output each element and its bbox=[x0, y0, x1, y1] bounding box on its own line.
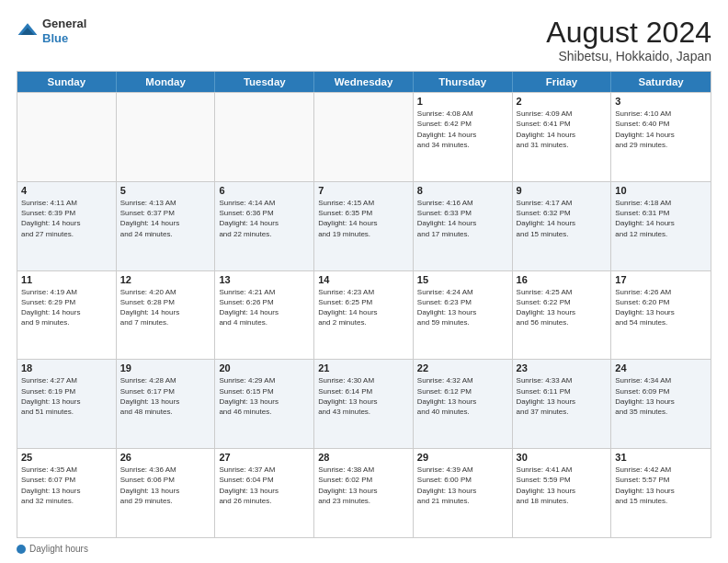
cal-header-day: Thursday bbox=[414, 72, 513, 92]
day-number: 2 bbox=[517, 96, 608, 107]
day-number: 7 bbox=[318, 185, 409, 196]
calendar-row: 1Sunrise: 4:08 AM Sunset: 6:42 PM Daylig… bbox=[17, 92, 711, 181]
calendar-cell: 21Sunrise: 4:30 AM Sunset: 6:14 PM Dayli… bbox=[314, 360, 414, 448]
cell-content: Sunrise: 4:21 AM Sunset: 6:26 PM Dayligh… bbox=[219, 287, 310, 328]
calendar-cell: 31Sunrise: 4:42 AM Sunset: 5:57 PM Dayli… bbox=[611, 449, 711, 537]
calendar-cell: 10Sunrise: 4:18 AM Sunset: 6:31 PM Dayli… bbox=[611, 182, 711, 270]
day-number: 10 bbox=[615, 185, 707, 196]
cal-header-day: Saturday bbox=[611, 72, 711, 92]
day-number: 16 bbox=[517, 274, 608, 285]
calendar-row: 11Sunrise: 4:19 AM Sunset: 6:29 PM Dayli… bbox=[17, 270, 711, 360]
calendar-cell: 23Sunrise: 4:33 AM Sunset: 6:11 PM Dayli… bbox=[513, 360, 612, 448]
day-number: 3 bbox=[615, 96, 707, 107]
title-block: August 2024 Shibetsu, Hokkaido, Japan bbox=[546, 17, 711, 63]
calendar-row: 25Sunrise: 4:35 AM Sunset: 6:07 PM Dayli… bbox=[17, 448, 711, 537]
day-number: 14 bbox=[318, 274, 409, 285]
day-number: 30 bbox=[517, 452, 608, 463]
calendar-cell: 15Sunrise: 4:24 AM Sunset: 6:23 PM Dayli… bbox=[414, 271, 513, 360]
cell-content: Sunrise: 4:20 AM Sunset: 6:28 PM Dayligh… bbox=[120, 287, 211, 328]
logo-blue: Blue bbox=[42, 31, 86, 46]
calendar-cell: 6Sunrise: 4:14 AM Sunset: 6:36 PM Daylig… bbox=[215, 182, 314, 270]
cell-content: Sunrise: 4:35 AM Sunset: 6:07 PM Dayligh… bbox=[21, 465, 112, 506]
day-number: 15 bbox=[417, 274, 508, 285]
calendar-cell: 1Sunrise: 4:08 AM Sunset: 6:42 PM Daylig… bbox=[414, 93, 513, 181]
cell-content: Sunrise: 4:26 AM Sunset: 6:20 PM Dayligh… bbox=[615, 287, 707, 328]
day-number: 12 bbox=[120, 274, 211, 285]
cell-content: Sunrise: 4:17 AM Sunset: 6:32 PM Dayligh… bbox=[517, 198, 608, 239]
day-number: 9 bbox=[517, 185, 608, 196]
logo-text: General Blue bbox=[42, 17, 86, 45]
cell-content: Sunrise: 4:32 AM Sunset: 6:12 PM Dayligh… bbox=[417, 375, 508, 417]
calendar-cell: 2Sunrise: 4:09 AM Sunset: 6:41 PM Daylig… bbox=[513, 93, 612, 181]
cell-content: Sunrise: 4:37 AM Sunset: 6:04 PM Dayligh… bbox=[219, 465, 310, 506]
cell-content: Sunrise: 4:15 AM Sunset: 6:35 PM Dayligh… bbox=[318, 198, 409, 239]
cell-content: Sunrise: 4:38 AM Sunset: 6:02 PM Dayligh… bbox=[318, 465, 409, 506]
calendar-cell: 26Sunrise: 4:36 AM Sunset: 6:06 PM Dayli… bbox=[117, 449, 216, 537]
calendar-body: 1Sunrise: 4:08 AM Sunset: 6:42 PM Daylig… bbox=[17, 92, 711, 537]
cal-header-day: Sunday bbox=[17, 72, 117, 92]
day-number: 29 bbox=[417, 452, 508, 463]
calendar-cell: 25Sunrise: 4:35 AM Sunset: 6:07 PM Dayli… bbox=[17, 449, 117, 537]
cell-content: Sunrise: 4:08 AM Sunset: 6:42 PM Dayligh… bbox=[417, 109, 508, 150]
day-number: 17 bbox=[615, 274, 707, 285]
calendar-cell: 9Sunrise: 4:17 AM Sunset: 6:32 PM Daylig… bbox=[513, 182, 612, 270]
day-number: 28 bbox=[318, 452, 409, 463]
cal-header-day: Tuesday bbox=[215, 72, 314, 92]
daylight-legend: Daylight hours bbox=[17, 544, 88, 554]
day-number: 19 bbox=[120, 362, 211, 373]
day-number: 24 bbox=[615, 362, 707, 373]
day-number: 1 bbox=[417, 96, 508, 107]
logo: General Blue bbox=[17, 17, 86, 45]
cell-content: Sunrise: 4:28 AM Sunset: 6:17 PM Dayligh… bbox=[120, 375, 211, 417]
cell-content: Sunrise: 4:25 AM Sunset: 6:22 PM Dayligh… bbox=[517, 287, 608, 328]
cell-content: Sunrise: 4:27 AM Sunset: 6:19 PM Dayligh… bbox=[21, 375, 112, 417]
logo-icon bbox=[17, 20, 39, 42]
cell-content: Sunrise: 4:42 AM Sunset: 5:57 PM Dayligh… bbox=[615, 465, 707, 506]
cell-content: Sunrise: 4:33 AM Sunset: 6:11 PM Dayligh… bbox=[517, 375, 608, 417]
day-number: 20 bbox=[219, 362, 310, 373]
cell-content: Sunrise: 4:24 AM Sunset: 6:23 PM Dayligh… bbox=[417, 287, 508, 328]
cal-header-day: Friday bbox=[513, 72, 612, 92]
calendar-cell: 7Sunrise: 4:15 AM Sunset: 6:35 PM Daylig… bbox=[314, 182, 414, 270]
cell-content: Sunrise: 4:23 AM Sunset: 6:25 PM Dayligh… bbox=[318, 287, 409, 328]
day-number: 25 bbox=[21, 452, 112, 463]
logo-general: General bbox=[42, 17, 86, 31]
cell-content: Sunrise: 4:41 AM Sunset: 5:59 PM Dayligh… bbox=[517, 465, 608, 506]
day-number: 21 bbox=[318, 362, 409, 373]
calendar-cell: 17Sunrise: 4:26 AM Sunset: 6:20 PM Dayli… bbox=[611, 271, 711, 360]
cell-content: Sunrise: 4:16 AM Sunset: 6:33 PM Dayligh… bbox=[417, 198, 508, 239]
header: General Blue August 2024 Shibetsu, Hokka… bbox=[17, 17, 711, 63]
calendar-cell: 11Sunrise: 4:19 AM Sunset: 6:29 PM Dayli… bbox=[17, 271, 117, 360]
day-number: 27 bbox=[219, 452, 310, 463]
cell-content: Sunrise: 4:30 AM Sunset: 6:14 PM Dayligh… bbox=[318, 375, 409, 417]
calendar-cell: 13Sunrise: 4:21 AM Sunset: 6:26 PM Dayli… bbox=[215, 271, 314, 360]
calendar-cell: 24Sunrise: 4:34 AM Sunset: 6:09 PM Dayli… bbox=[611, 360, 711, 448]
day-number: 6 bbox=[219, 185, 310, 196]
calendar-cell: 16Sunrise: 4:25 AM Sunset: 6:22 PM Dayli… bbox=[513, 271, 612, 360]
day-number: 22 bbox=[417, 362, 508, 373]
day-number: 26 bbox=[120, 452, 211, 463]
day-number: 23 bbox=[517, 362, 608, 373]
calendar-cell bbox=[17, 93, 117, 181]
calendar-cell: 18Sunrise: 4:27 AM Sunset: 6:19 PM Dayli… bbox=[17, 360, 117, 448]
calendar-cell: 4Sunrise: 4:11 AM Sunset: 6:39 PM Daylig… bbox=[17, 182, 117, 270]
day-number: 8 bbox=[417, 185, 508, 196]
cal-header-day: Monday bbox=[117, 72, 216, 92]
calendar-cell: 30Sunrise: 4:41 AM Sunset: 5:59 PM Dayli… bbox=[513, 449, 612, 537]
calendar-row: 4Sunrise: 4:11 AM Sunset: 6:39 PM Daylig… bbox=[17, 181, 711, 270]
cell-content: Sunrise: 4:13 AM Sunset: 6:37 PM Dayligh… bbox=[120, 198, 211, 239]
cell-content: Sunrise: 4:14 AM Sunset: 6:36 PM Dayligh… bbox=[219, 198, 310, 239]
day-number: 4 bbox=[21, 185, 112, 196]
cell-content: Sunrise: 4:36 AM Sunset: 6:06 PM Dayligh… bbox=[120, 465, 211, 506]
calendar-cell: 3Sunrise: 4:10 AM Sunset: 6:40 PM Daylig… bbox=[611, 93, 711, 181]
main-title: August 2024 bbox=[546, 17, 711, 49]
page: General Blue August 2024 Shibetsu, Hokka… bbox=[0, 0, 728, 563]
calendar-cell: 14Sunrise: 4:23 AM Sunset: 6:25 PM Dayli… bbox=[314, 271, 414, 360]
calendar-cell: 28Sunrise: 4:38 AM Sunset: 6:02 PM Dayli… bbox=[314, 449, 414, 537]
calendar-cell: 20Sunrise: 4:29 AM Sunset: 6:15 PM Dayli… bbox=[215, 360, 314, 448]
calendar-cell bbox=[117, 93, 216, 181]
daylight-dot bbox=[17, 545, 26, 554]
subtitle: Shibetsu, Hokkaido, Japan bbox=[546, 49, 711, 63]
calendar-header: SundayMondayTuesdayWednesdayThursdayFrid… bbox=[17, 72, 711, 92]
calendar-cell: 19Sunrise: 4:28 AM Sunset: 6:17 PM Dayli… bbox=[117, 360, 216, 448]
